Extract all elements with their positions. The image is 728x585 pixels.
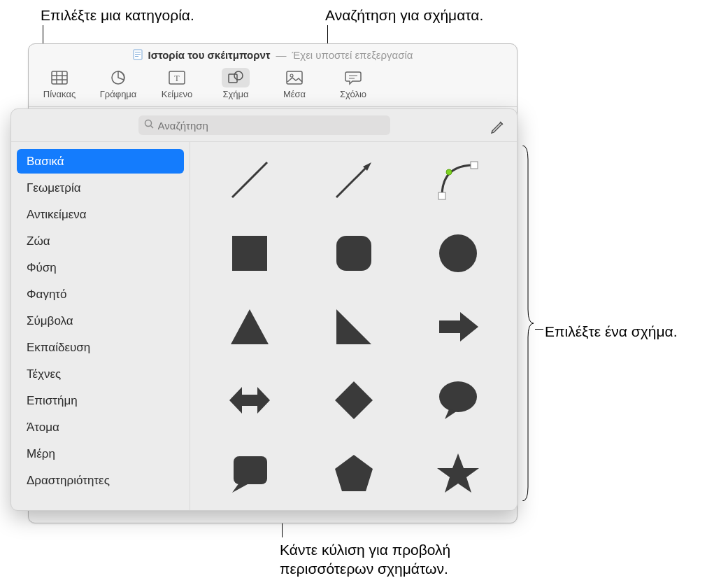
callout-line-shape — [535, 329, 543, 330]
search-icon — [144, 118, 154, 132]
shapes-grid — [190, 142, 517, 510]
table-label: Πίνακας — [43, 89, 76, 99]
shape-right-triangle[interactable] — [327, 300, 380, 353]
category-item-places[interactable]: Μέρη — [17, 442, 184, 466]
svg-marker-31 — [439, 312, 478, 341]
shape-double-arrow[interactable] — [223, 374, 276, 426]
category-item-science[interactable]: Επιστήμη — [17, 388, 184, 413]
svg-marker-37 — [232, 483, 248, 493]
svg-rect-4 — [52, 71, 67, 84]
media-button[interactable]: Μέσα — [268, 65, 321, 99]
svg-marker-29 — [231, 309, 269, 344]
svg-point-34 — [439, 381, 477, 412]
callout-scroll-line2: περισσότερων σχημάτων. — [280, 561, 448, 577]
document-icon — [133, 49, 143, 60]
brace-icon — [521, 146, 535, 501]
callout-scroll: Κάντε κύλιση για προβολή περισσότερων σχ… — [280, 540, 450, 579]
category-item-objects[interactable]: Αντικείμενα — [17, 202, 184, 227]
svg-point-28 — [439, 234, 477, 272]
shape-label: Σχήμα — [222, 89, 248, 99]
svg-line-21 — [336, 167, 367, 197]
shape-arrow-right[interactable] — [431, 300, 484, 353]
media-icon — [280, 68, 308, 87]
category-list: Βασικά Γεωμετρία Αντικείμενα Ζώα Φύση Φα… — [11, 142, 190, 510]
text-icon: T — [163, 68, 191, 87]
svg-marker-33 — [335, 381, 373, 419]
svg-line-20 — [232, 162, 267, 197]
toolbar: Πίνακας Γράφημα T Κείμενο Σχήμα Μέσα — [29, 65, 517, 107]
category-item-arts[interactable]: Τέχνες — [17, 362, 184, 386]
shape-line[interactable] — [223, 153, 276, 206]
svg-rect-14 — [287, 71, 302, 84]
shape-speech-bubble[interactable] — [431, 374, 484, 426]
table-button[interactable]: Πίνακας — [33, 65, 86, 99]
title-dash: — — [276, 49, 287, 61]
titlebar: Ιστορία του σκέιτμπορντ — Έχει υποστεί ε… — [29, 44, 517, 65]
callout-select-shape: Επιλέξτε ένα σχήμα. — [545, 322, 678, 341]
shape-circle[interactable] — [431, 227, 484, 279]
svg-point-15 — [290, 74, 293, 77]
callout-scroll-line1: Κάντε κύλιση για προβολή — [280, 542, 450, 558]
svg-rect-24 — [471, 162, 478, 169]
shape-pentagon[interactable] — [327, 447, 380, 500]
svg-marker-30 — [336, 309, 371, 344]
callout-category: Επιλέξτε μια κατηγορία. — [41, 6, 194, 24]
svg-line-19 — [150, 126, 153, 129]
svg-rect-3 — [135, 56, 138, 57]
category-item-food[interactable]: Φαγητό — [17, 282, 184, 306]
chart-icon — [104, 68, 132, 87]
search-field-wrap[interactable] — [138, 115, 390, 135]
table-icon — [45, 68, 73, 87]
callout-search: Αναζήτηση για σχήματα. — [325, 6, 483, 24]
svg-rect-2 — [135, 54, 141, 55]
svg-marker-32 — [229, 387, 270, 414]
popup-body: Βασικά Γεωμετρία Αντικείμενα Ζώα Φύση Φα… — [11, 141, 517, 510]
comment-button[interactable]: Σχόλιο — [327, 65, 380, 99]
svg-rect-27 — [336, 236, 371, 271]
svg-point-25 — [446, 169, 452, 175]
shape-arrow-line[interactable] — [327, 153, 380, 206]
category-item-animals[interactable]: Ζώα — [17, 229, 184, 253]
text-label: Κείμενο — [162, 89, 192, 99]
shape-square-callout[interactable] — [223, 447, 276, 500]
category-item-symbols[interactable]: Σύμβολα — [17, 309, 184, 333]
svg-rect-23 — [438, 192, 445, 199]
text-button[interactable]: T Κείμενο — [150, 65, 204, 99]
category-item-nature[interactable]: Φύση — [17, 255, 184, 280]
shape-rounded-square[interactable] — [327, 227, 380, 279]
category-item-basics[interactable]: Βασικά — [17, 149, 184, 174]
chart-label: Γράφημα — [100, 89, 137, 99]
shape-square[interactable] — [223, 227, 276, 279]
search-input[interactable] — [158, 120, 385, 132]
shapes-popover: Βασικά Γεωμετρία Αντικείμενα Ζώα Φύση Φα… — [10, 108, 518, 511]
chart-button[interactable]: Γράφημα — [92, 65, 145, 99]
media-label: Μέσα — [283, 89, 306, 99]
svg-marker-35 — [445, 409, 457, 419]
search-row — [11, 109, 517, 141]
shape-triangle[interactable] — [223, 300, 276, 353]
svg-rect-26 — [232, 236, 267, 271]
shape-curve[interactable] — [431, 153, 484, 206]
draw-shape-button[interactable] — [487, 118, 507, 134]
category-item-people[interactable]: Άτομα — [17, 415, 184, 439]
comment-label: Σχόλιο — [340, 89, 366, 99]
category-item-education[interactable]: Εκπαίδευση — [17, 335, 184, 360]
edited-label: Έχει υποστεί επεξεργασία — [292, 49, 413, 61]
svg-marker-38 — [335, 455, 373, 491]
category-item-geometry[interactable]: Γεωμετρία — [17, 176, 184, 200]
svg-rect-36 — [234, 456, 267, 484]
svg-text:T: T — [174, 73, 180, 83]
comment-icon — [339, 68, 367, 87]
svg-marker-39 — [437, 453, 479, 493]
shape-diamond[interactable] — [327, 374, 380, 426]
shapes-scroll-area[interactable] — [190, 142, 517, 510]
shape-icon — [222, 68, 250, 87]
svg-rect-1 — [135, 52, 141, 52]
doc-title: Ιστορία του σκέιτμπορντ — [148, 49, 271, 61]
svg-point-18 — [145, 120, 151, 127]
shape-button[interactable]: Σχήμα — [209, 65, 262, 99]
svg-point-13 — [234, 71, 243, 80]
category-item-activities[interactable]: Δραστηριότητες — [17, 468, 184, 493]
shape-star[interactable] — [431, 447, 484, 500]
